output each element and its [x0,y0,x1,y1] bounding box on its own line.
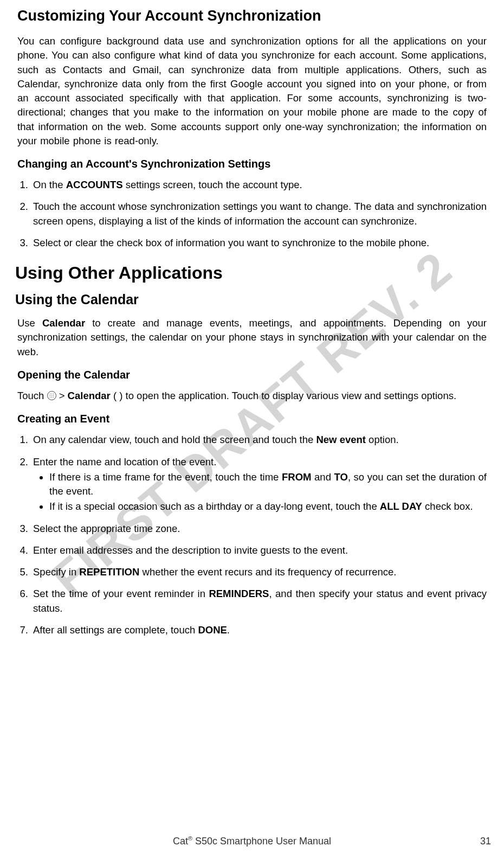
text: On any calendar view, touch and hold the… [33,434,316,445]
text: to create and manage events, meetings, a… [17,317,487,357]
bold-all-day: ALL DAY [380,501,422,512]
text: Enter the name and location of the event… [33,456,216,467]
text: After all settings are complete, touch [33,624,198,636]
text: S50c Smartphone User Manual [192,836,331,847]
list-item: Select the appropriate time zone. [31,522,487,536]
heading-using-other-apps: Using Other Applications [15,263,487,283]
text: Use [17,317,42,329]
list-item: Touch the account whose synchronization … [31,200,487,228]
bold-from: FROM [282,471,311,483]
text: Cat [173,836,188,847]
list-item: After all settings are complete, touch D… [31,623,487,637]
heading-creating-event: Creating an Event [17,413,487,425]
page-footer: Cat® S50c Smartphone User Manual 31 [0,835,504,847]
bold-done: DONE [198,624,227,636]
text: If there is a time frame for the event, … [49,471,282,483]
registered-mark: ® [188,835,192,842]
sublist: If there is a time frame for the event, … [33,470,487,514]
text: check box. [422,501,473,512]
heading-customizing: Customizing Your Account Synchronization [17,0,487,24]
bold-repetition: REPETITION [79,566,139,578]
footer-brand: Cat® S50c Smartphone User Manual [173,836,331,847]
list-item: If there is a time frame for the event, … [49,470,487,499]
page-number: 31 [480,836,491,847]
list-item: Specify in REPETITION whether the event … [31,565,487,579]
apps-grid-icon [47,391,56,400]
text: Specify in [33,566,79,578]
text: settings screen, touch the account type. [123,179,302,190]
text: Touch [17,390,47,401]
bold-new-event: New event [316,434,366,445]
text: Set the time of your event reminder in [33,588,209,599]
text: On the [33,179,66,190]
bold-reminders: REMINDERS [209,588,269,599]
list-item: Enter the name and location of the event… [31,455,487,514]
paragraph-opening: Touch > Calendar ( ) to open the applica… [17,389,487,403]
list-item: On any calendar view, touch and hold the… [31,433,487,447]
list-item: Select or clear the check box of informa… [31,236,487,250]
list-item: On the ACCOUNTS settings screen, touch t… [31,178,487,192]
text: ( ) to open the application. Touch to di… [111,390,456,401]
list-item: Enter email addresses and the descriptio… [31,543,487,557]
heading-changing-sync: Changing an Account's Synchronization Se… [17,158,487,170]
heading-using-calendar: Using the Calendar [15,292,487,307]
bold-calendar-2: Calendar [68,390,111,401]
paragraph-customizing: You can configure background data use an… [17,34,487,148]
paragraph-calendar: Use Calendar to create and manage events… [17,316,487,359]
bold-accounts: ACCOUNTS [66,179,123,190]
list-item: If it is a special occasion such as a bi… [49,499,487,514]
list-changing-sync: On the ACCOUNTS settings screen, touch t… [17,178,487,250]
bold-calendar: Calendar [42,317,85,329]
text: . [227,624,230,636]
text: option. [366,434,399,445]
list-creating-event: On any calendar view, touch and hold the… [17,433,487,637]
bold-to: TO [334,471,348,483]
text: and [311,471,334,483]
text: > [56,390,68,401]
list-item: Set the time of your event reminder in R… [31,587,487,616]
heading-opening-calendar: Opening the Calendar [17,369,487,381]
text: whether the event recurs and its frequen… [139,566,396,578]
text: If it is a special occasion such as a bi… [49,501,380,512]
